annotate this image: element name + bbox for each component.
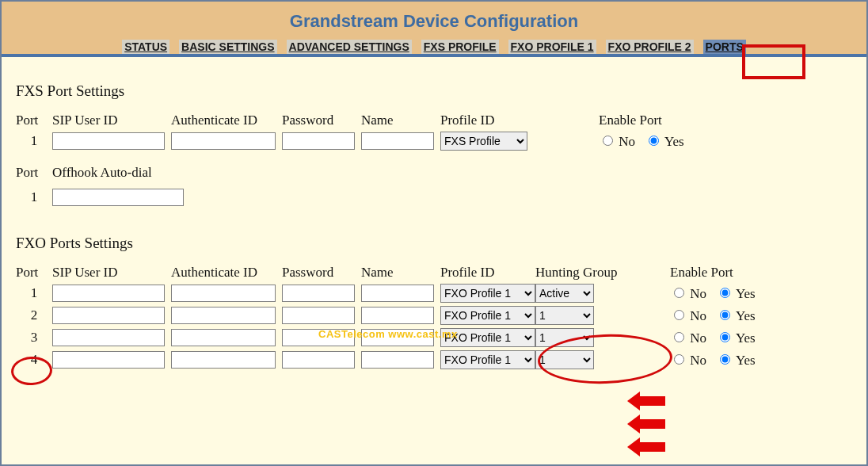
fxo-hdr-hunting: Hunting Group: [535, 265, 670, 281]
fxo-port-number: 4: [16, 352, 52, 368]
fxo-enable-no-label: No: [690, 353, 706, 368]
tab-fxo-profile-1[interactable]: FXO PROFILE 1: [508, 40, 596, 54]
fxo-enable-yes-radio[interactable]: [720, 310, 730, 320]
fxs-password-input[interactable]: [282, 132, 355, 150]
fxo-hunting-select[interactable]: Active: [535, 284, 594, 303]
fxo-hdr-profile: Profile ID: [440, 265, 535, 281]
fxo-name-input[interactable]: [361, 307, 434, 324]
tab-advanced[interactable]: ADVANCED SETTINGS: [287, 40, 412, 54]
tab-status[interactable]: STATUS: [122, 40, 169, 54]
fxs-offhook-row: 1: [16, 189, 852, 206]
fxo-row-4: 4 FXO Profile 1 1 No Yes: [16, 350, 852, 369]
fxo-enable-yes-label: Yes: [736, 286, 756, 301]
fxo-hdr-enable: Enable Port: [670, 265, 820, 281]
fxo-port-number: 3: [16, 330, 52, 346]
fxo-sip-input[interactable]: [52, 351, 165, 369]
fxo-name-input[interactable]: [361, 285, 434, 302]
fxo-row-2: 2 FXO Profile 1 1 No Yes: [16, 306, 852, 325]
fxo-port-number: 2: [16, 307, 52, 323]
fxo-profile-select[interactable]: FXO Profile 1: [440, 350, 535, 369]
fxo-enable-no-radio[interactable]: [674, 310, 684, 320]
annotation-arrow-icon: [627, 414, 665, 434]
fxo-hunting-select[interactable]: 1: [535, 306, 594, 325]
fxs-header-row: Port SIP User ID Authenticate ID Passwor…: [16, 113, 852, 128]
fxo-enable-no-radio[interactable]: [674, 354, 684, 365]
fxo-enable-group: No Yes: [670, 285, 820, 302]
fxo-row-1: 1 FXO Profile 1 Active No Yes: [16, 284, 852, 303]
fxs-enable-group: No Yes: [599, 133, 749, 150]
fxs-name-input[interactable]: [361, 132, 434, 150]
fxo-enable-no-label: No: [690, 330, 706, 346]
fxo-enable-yes-radio[interactable]: [720, 332, 730, 342]
fxo-auth-input[interactable]: [171, 307, 276, 324]
fxs-offhook-hdr-label: Offhook Auto-dial: [52, 165, 152, 181]
fxo-port-number: 1: [16, 285, 52, 301]
fxo-enable-no-label: No: [690, 308, 706, 323]
fxs-row-1: 1 FXS Profile No Yes: [16, 132, 852, 151]
fxo-enable-yes-label: Yes: [736, 353, 756, 368]
fxo-enable-group: No Yes: [670, 330, 820, 346]
fxo-row-3: 3 FXO Profile 1 1 No Yes: [16, 328, 852, 347]
fxs-port-number: 1: [16, 133, 52, 149]
annotation-arrow-icon: [627, 392, 665, 411]
fxs-hdr-sip: SIP User ID: [52, 113, 171, 128]
fxs-enable-no-radio[interactable]: [603, 136, 613, 146]
fxo-sip-input[interactable]: [52, 307, 165, 324]
fxs-offhook-port-number: 1: [16, 189, 52, 205]
fxs-profile-select[interactable]: FXS Profile: [440, 132, 527, 151]
fxo-hdr-password: Password: [282, 265, 361, 281]
tab-basic[interactable]: BASIC SETTINGS: [179, 40, 276, 54]
fxo-profile-select[interactable]: FXO Profile 1: [440, 284, 535, 303]
tab-bar: STATUS BASIC SETTINGS ADVANCED SETTINGS …: [2, 40, 866, 54]
fxo-hdr-auth: Authenticate ID: [171, 265, 282, 281]
fxo-sip-input[interactable]: [52, 329, 165, 346]
fxo-password-input[interactable]: [282, 351, 355, 369]
fxo-hunting-select[interactable]: 1: [535, 350, 594, 369]
tab-fxo-profile-2[interactable]: FXO PROFILE 2: [606, 40, 694, 54]
fxo-enable-group: No Yes: [670, 307, 820, 324]
fxo-enable-yes-label: Yes: [736, 308, 756, 323]
fxo-hdr-sip: SIP User ID: [52, 265, 171, 281]
fxo-auth-input[interactable]: [171, 285, 276, 302]
fxs-section-title: FXS Port Settings: [16, 82, 852, 100]
fxs-hdr-password: Password: [282, 113, 361, 128]
fxo-header-row: Port SIP User ID Authenticate ID Passwor…: [16, 265, 852, 281]
fxo-enable-no-radio[interactable]: [674, 288, 684, 298]
fxo-enable-yes-radio[interactable]: [720, 288, 730, 298]
fxo-sip-input[interactable]: [52, 285, 165, 302]
fxs-sip-input[interactable]: [52, 132, 165, 150]
tab-fxs-profile[interactable]: FXS PROFILE: [421, 40, 499, 54]
fxo-section-title: FXO Ports Settings: [16, 235, 852, 252]
fxo-hdr-port: Port: [16, 265, 52, 281]
fxo-enable-yes-radio[interactable]: [720, 354, 730, 365]
fxs-offhook-hdr-port: Port: [16, 165, 52, 181]
fxs-hdr-enable: Enable Port: [599, 113, 749, 128]
fxs-hdr-name: Name: [361, 113, 440, 128]
fxs-hdr-profile: Profile ID: [440, 113, 599, 128]
fxs-enable-yes-label: Yes: [664, 134, 684, 149]
fxo-hdr-name: Name: [361, 265, 440, 281]
fxo-enable-no-radio[interactable]: [674, 332, 684, 342]
page-title: Grandstream Device Configuration: [2, 11, 866, 32]
fxo-enable-group: No Yes: [670, 352, 820, 369]
fxs-hdr-port: Port: [16, 113, 52, 128]
tab-ports[interactable]: PORTS: [703, 40, 746, 54]
fxo-profile-select[interactable]: FXO Profile 1: [440, 306, 535, 325]
annotation-arrow-icon: [627, 437, 665, 456]
fxs-enable-yes-radio[interactable]: [649, 136, 659, 146]
fxs-auth-input[interactable]: [171, 132, 276, 150]
fxo-password-input[interactable]: [282, 285, 355, 302]
fxo-password-input[interactable]: [282, 307, 355, 324]
fxo-auth-input[interactable]: [171, 351, 276, 369]
fxo-name-input[interactable]: [361, 329, 434, 346]
header-bar: Grandstream Device Configuration STATUS …: [2, 2, 866, 57]
fxo-auth-input[interactable]: [171, 329, 276, 346]
fxo-profile-select[interactable]: FXO Profile 1: [440, 328, 535, 347]
fxs-offhook-input[interactable]: [52, 189, 184, 206]
fxo-hunting-select[interactable]: 1: [535, 328, 594, 347]
fxo-enable-yes-label: Yes: [736, 330, 756, 346]
fxs-offhook-header-row: Port Offhook Auto-dial: [16, 165, 852, 181]
fxo-password-input[interactable]: [282, 329, 355, 346]
fxs-hdr-auth: Authenticate ID: [171, 113, 282, 128]
fxo-name-input[interactable]: [361, 351, 434, 369]
